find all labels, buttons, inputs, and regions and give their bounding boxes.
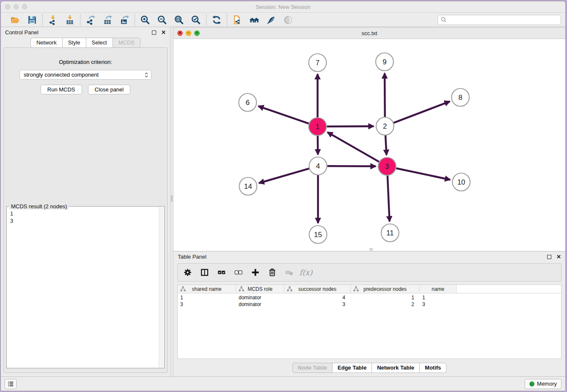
network-canvas[interactable]: 7968124314101511 <box>173 39 565 251</box>
mcds-tab-content: Optimization criterion: strongly connect… <box>3 47 168 373</box>
close-panel-button[interactable]: Close panel <box>88 85 131 94</box>
graphics-details-icon[interactable] <box>264 14 278 26</box>
run-mcds-button[interactable]: Run MCDS <box>41 85 82 94</box>
graph-node-15[interactable]: 15 <box>309 226 327 243</box>
graph-node-14[interactable]: 14 <box>239 177 257 195</box>
table-row-2[interactable]: 3dominator323 <box>178 301 561 308</box>
tab-style[interactable]: Style <box>62 38 86 48</box>
column-header-successor-nodes[interactable]: successor nodes <box>284 285 351 293</box>
search-box[interactable] <box>438 15 561 25</box>
cell-name[interactable]: 1 <box>420 295 457 301</box>
memory-button[interactable]: Memory <box>525 379 561 389</box>
svg-text:10: 10 <box>457 178 465 186</box>
graph-node-9[interactable]: 9 <box>376 53 394 71</box>
deselect-all-icon[interactable] <box>232 266 245 279</box>
graph-node-4[interactable]: 4 <box>309 157 327 175</box>
vertical-splitter[interactable] <box>170 27 173 376</box>
edge-3-11[interactable] <box>388 176 390 221</box>
navigator-icon[interactable] <box>281 14 295 26</box>
zoom-fit-icon[interactable] <box>172 14 186 26</box>
add-column-icon[interactable] <box>249 266 261 279</box>
close-table-panel-icon[interactable]: ✕ <box>556 254 561 259</box>
edge-2-3[interactable] <box>385 135 386 155</box>
edge-3-10[interactable] <box>396 168 450 180</box>
search-input[interactable] <box>449 17 558 23</box>
memory-button-label: Memory <box>537 381 557 387</box>
tab-node-table[interactable]: Node Table <box>292 363 333 373</box>
zoom-in-icon[interactable] <box>138 14 152 26</box>
cell-name[interactable]: 3 <box>420 301 457 307</box>
svg-text:2: 2 <box>383 122 387 130</box>
select-all-icon[interactable] <box>215 266 228 279</box>
network-view-titlebar[interactable]: ✕ − + scc.txt <box>173 27 565 39</box>
apply-layout-icon[interactable] <box>209 14 224 26</box>
tab-motifs[interactable]: Motifs <box>419 363 446 373</box>
zoom-selected-icon[interactable] <box>189 14 203 26</box>
column-mode-icon[interactable] <box>198 266 211 279</box>
save-session-icon[interactable] <box>25 14 39 26</box>
tab-network[interactable]: Network <box>30 38 63 48</box>
float-table-panel-icon[interactable] <box>547 255 551 259</box>
cell-MCDS-role[interactable]: dominator <box>236 301 284 307</box>
network-view-title: scc.txt <box>173 30 565 36</box>
first-neighbors-icon[interactable] <box>247 14 261 26</box>
horizontal-splitter-handle[interactable] <box>369 248 373 251</box>
column-header-predecessor-nodes[interactable]: predecessor nodes <box>351 285 420 293</box>
network-graph[interactable]: 7968124314101511 <box>173 39 565 251</box>
edge-1-2[interactable] <box>327 126 374 127</box>
open-file-icon[interactable] <box>8 14 22 26</box>
delete-column-icon[interactable] <box>266 266 278 279</box>
float-panel-icon[interactable] <box>152 30 156 35</box>
network-from-selection-icon[interactable] <box>230 14 245 26</box>
zoom-out-icon[interactable] <box>155 14 169 26</box>
column-header-shared-name[interactable]: shared name <box>178 285 236 293</box>
edge-4-14[interactable] <box>259 168 309 183</box>
graph-node-11[interactable]: 11 <box>381 224 399 242</box>
control-panel-tabs: NetworkStyleSelectMCDS <box>1 38 170 48</box>
graph-node-8[interactable]: 8 <box>451 88 469 106</box>
mcds-result-text[interactable]: 1 3 <box>7 207 164 229</box>
graph-node-7[interactable]: 7 <box>309 54 327 72</box>
search-icon <box>441 17 446 22</box>
edge-3-1[interactable] <box>328 132 379 162</box>
splitter-handle[interactable] <box>171 196 173 202</box>
edge-2-9[interactable] <box>385 73 385 117</box>
table-row-1[interactable]: 1dominator411 <box>178 294 561 301</box>
cell-shared-name[interactable]: 3 <box>178 301 236 307</box>
graph-node-10[interactable]: 10 <box>452 173 470 191</box>
edge-4-3[interactable] <box>327 166 376 166</box>
edge-1-6[interactable] <box>259 106 309 124</box>
delete-table-icon <box>283 266 295 279</box>
import-network-icon[interactable] <box>46 14 60 26</box>
column-header-MCDS-role[interactable]: MCDS role <box>236 285 284 293</box>
graph-node-3[interactable]: 3 <box>378 157 396 175</box>
cell-MCDS-role[interactable]: dominator <box>236 295 284 301</box>
edge-2-8[interactable] <box>394 102 450 123</box>
task-history-button[interactable] <box>5 379 17 389</box>
export-network-icon[interactable] <box>83 14 98 26</box>
tab-edge-table[interactable]: Edge Table <box>332 363 372 373</box>
cell-predecessor-nodes[interactable]: 1 <box>351 295 420 301</box>
tab-select[interactable]: Select <box>86 38 113 48</box>
graph-node-6[interactable]: 6 <box>239 94 256 111</box>
criterion-dropdown[interactable]: strongly connected component <box>19 70 151 80</box>
graph-node-1[interactable]: 1 <box>309 118 327 135</box>
tab-network-table[interactable]: Network Table <box>372 363 420 373</box>
cell-predecessor-nodes[interactable]: 2 <box>351 301 420 307</box>
close-panel-icon[interactable]: ✕ <box>161 30 166 35</box>
graph-node-2[interactable]: 2 <box>376 117 394 135</box>
gear-icon[interactable] <box>181 266 194 279</box>
export-image-icon[interactable] <box>117 14 132 26</box>
tab-mcds[interactable]: MCDS <box>113 38 140 48</box>
control-panel: Control Panel ✕ NetworkStyleSelectMCDS O… <box>1 27 170 376</box>
app-titlebar[interactable]: Session: New Session <box>1 1 565 13</box>
export-table-icon[interactable] <box>100 14 115 26</box>
import-table-icon[interactable] <box>63 14 77 26</box>
column-header-name[interactable]: name <box>420 285 457 293</box>
cell-shared-name[interactable]: 1 <box>178 295 236 301</box>
svg-text:9: 9 <box>383 58 386 66</box>
list-icon <box>7 380 14 388</box>
cell-successor-nodes[interactable]: 3 <box>284 301 351 307</box>
result-scrollbar[interactable] <box>159 207 164 367</box>
cell-successor-nodes[interactable]: 4 <box>284 295 351 301</box>
